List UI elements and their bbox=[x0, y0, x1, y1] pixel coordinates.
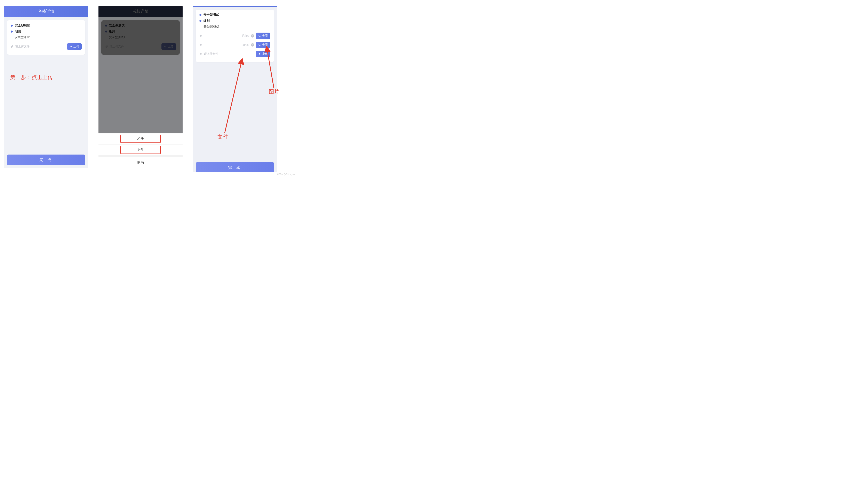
paperclip-icon bbox=[11, 45, 14, 48]
list-item: 安全型测试 bbox=[11, 23, 82, 28]
item-label: 安全型测试 bbox=[15, 23, 30, 28]
detail-card: 安全型测试 细则 安全型测试1 请上传文件 上传 bbox=[101, 20, 180, 55]
upload-button[interactable]: 上传 bbox=[161, 43, 176, 50]
svg-point-1 bbox=[259, 44, 260, 46]
sheet-divider bbox=[99, 155, 182, 157]
file-row: 码.jpg ✕ 查看 bbox=[199, 31, 271, 40]
upload-placeholder: 请上传文件 bbox=[15, 45, 30, 48]
panel-actionsheet: 考核详情 安全型测试 细则 安全型测试1 请上传文件 上传 相册 文件 取消 bbox=[99, 6, 182, 168]
file-name: 码.jpg bbox=[204, 34, 249, 38]
page-title: 考核详情 bbox=[99, 6, 182, 17]
upload-button[interactable]: 上传 bbox=[67, 43, 82, 50]
detail-card: 安全型测试 细则 安全型测试1 码.jpg ✕ 查看 .docx ✕ bbox=[196, 10, 274, 62]
bullet-icon bbox=[11, 31, 13, 33]
paperclip-icon bbox=[199, 52, 202, 55]
remove-file-button[interactable]: ✕ bbox=[251, 34, 254, 37]
upload-row: 请上传文件 上传 bbox=[199, 49, 271, 58]
bullet-icon bbox=[11, 24, 13, 26]
upload-icon bbox=[70, 45, 72, 48]
upload-button-label: 上传 bbox=[73, 45, 79, 48]
upload-row: 请上传文件 上传 bbox=[11, 42, 82, 51]
remove-file-button[interactable]: ✕ bbox=[251, 43, 254, 47]
credit-text: CSDN @Stitch_mac bbox=[277, 173, 296, 176]
view-button[interactable]: 查看 bbox=[256, 33, 271, 39]
panel-step1: 考核详情 安全型测试 细则 安全型测试1 请上传文件 上传 bbox=[4, 6, 88, 168]
list-item: 细则 bbox=[11, 30, 82, 33]
svg-point-0 bbox=[259, 35, 260, 36]
view-button[interactable]: 查看 bbox=[256, 42, 271, 48]
file-name: .docx bbox=[204, 43, 249, 47]
search-icon bbox=[258, 44, 261, 46]
finish-button[interactable]: 完 成 bbox=[196, 162, 274, 172]
paperclip-icon bbox=[199, 43, 202, 46]
action-sheet: 相册 文件 取消 bbox=[99, 133, 182, 168]
page-title: 考核详情 bbox=[4, 6, 88, 17]
finish-button[interactable]: 完 成 bbox=[7, 155, 85, 165]
search-icon bbox=[258, 35, 261, 37]
panel-uploaded: 安全型测试 细则 安全型测试1 码.jpg ✕ 查看 .docx ✕ bbox=[193, 6, 277, 172]
detail-card: 安全型测试 细则 安全型测试1 请上传文件 上传 bbox=[7, 20, 85, 55]
sheet-cancel[interactable]: 取消 bbox=[99, 157, 182, 168]
sheet-option-file[interactable]: 文件 bbox=[99, 144, 182, 155]
sheet-option-album[interactable]: 相册 bbox=[99, 133, 182, 144]
item-label: 细则 bbox=[15, 30, 21, 33]
item-subtext: 安全型测试1 bbox=[15, 35, 82, 39]
paperclip-icon bbox=[199, 34, 202, 37]
file-row: .docx ✕ 查看 bbox=[199, 40, 271, 49]
paperclip-icon bbox=[105, 45, 108, 48]
upload-button[interactable]: 上传 bbox=[256, 51, 271, 57]
upload-icon bbox=[164, 45, 167, 48]
upload-icon bbox=[258, 53, 261, 55]
